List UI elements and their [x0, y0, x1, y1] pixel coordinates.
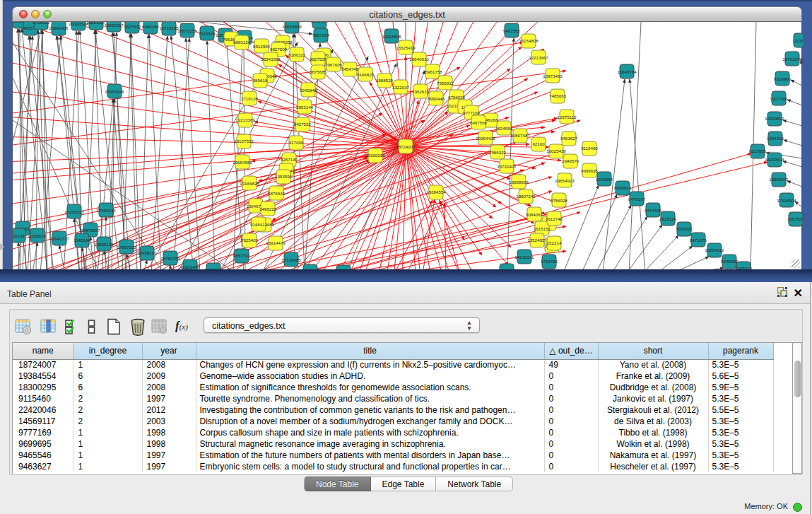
svg-text:9827509: 9827509	[270, 47, 288, 52]
svg-text:9084067: 9084067	[526, 212, 543, 217]
svg-text:16914479: 16914479	[266, 240, 286, 245]
svg-text:9115460: 9115460	[581, 146, 598, 151]
svg-text:19166825: 19166825	[240, 181, 259, 186]
svg-text:17016504: 17016504	[777, 198, 796, 203]
svg-text:1649579: 1649579	[562, 158, 579, 163]
svg-text:7515526: 7515526	[199, 31, 216, 36]
svg-text:12942737: 12942737	[49, 236, 69, 241]
svg-text:16961758: 16961758	[423, 69, 442, 74]
svg-text:9329966: 9329966	[774, 76, 792, 81]
svg-text:9245652: 9245652	[721, 259, 739, 264]
svg-text:2967608: 2967608	[325, 62, 343, 67]
svg-text:1612746: 1612746	[546, 216, 563, 221]
svg-text:10042211: 10042211	[300, 269, 320, 269]
svg-text:18640910: 18640910	[409, 57, 429, 62]
svg-text:20364436: 20364436	[476, 136, 495, 141]
svg-text:9756928: 9756928	[551, 198, 568, 203]
svg-text:8454749: 8454749	[341, 66, 359, 71]
svg-text:9242848: 9242848	[300, 88, 317, 93]
svg-text:1640954: 1640954	[596, 177, 613, 182]
svg-text:10654112: 10654112	[705, 247, 724, 252]
svg-text:1156819: 1156819	[29, 233, 46, 238]
svg-text:1112093: 1112093	[792, 38, 803, 43]
svg-text:1527602: 1527602	[124, 24, 141, 29]
svg-text:16648784: 16648784	[617, 69, 637, 74]
svg-text:12213967: 12213967	[529, 55, 548, 60]
svg-text:12505135: 12505135	[94, 242, 114, 247]
svg-text:3498222: 3498222	[259, 206, 277, 211]
svg-text:9827505: 9827505	[310, 57, 327, 62]
svg-text:16543362: 16543362	[261, 57, 281, 62]
svg-text:9245013: 9245013	[735, 266, 753, 269]
svg-text:8471676: 8471676	[690, 238, 707, 243]
svg-text:9461552: 9461552	[503, 28, 521, 33]
svg-text:16052317: 16052317	[104, 23, 124, 28]
svg-text:9474444: 9474444	[645, 208, 662, 213]
svg-text:9463627: 9463627	[560, 136, 578, 141]
svg-text:1322037: 1322037	[392, 85, 410, 90]
svg-text:1588520: 1588520	[376, 78, 394, 83]
svg-text:7485063: 7485063	[549, 93, 567, 98]
svg-text:33139: 33139	[13, 233, 25, 238]
svg-text:1145194: 1145194	[73, 238, 90, 243]
svg-text:20206523: 20206523	[64, 209, 84, 214]
svg-text:9245012: 9245012	[205, 267, 223, 269]
svg-text:15720407: 15720407	[497, 164, 517, 169]
svg-text:1733426: 1733426	[541, 259, 558, 264]
svg-text:8912954: 8912954	[253, 44, 271, 49]
svg-text:15751074: 15751074	[782, 57, 802, 62]
svg-text:3267130: 3267130	[281, 157, 298, 162]
svg-text:1615152: 1615152	[534, 226, 551, 231]
svg-text:11923448: 11923448	[180, 264, 200, 269]
svg-text:8186323: 8186323	[288, 52, 306, 57]
svg-text:7857224: 7857224	[312, 33, 330, 37]
svg-text:19384554: 19384554	[426, 189, 446, 194]
svg-text:9699695: 9699695	[581, 168, 599, 173]
svg-text:10653287: 10653287	[86, 22, 106, 25]
svg-text:10973493: 10973493	[543, 74, 563, 78]
svg-text:14136141: 14136141	[514, 255, 534, 259]
svg-text:8938923: 8938923	[614, 185, 632, 190]
svg-text:16782759: 16782759	[160, 256, 180, 261]
svg-text:1353594: 1353594	[275, 174, 293, 179]
svg-text:9227342: 9227342	[770, 96, 788, 101]
svg-text:12975115: 12975115	[557, 115, 577, 119]
svg-text:7955812: 7955812	[437, 81, 454, 86]
svg-text:25053346: 25053346	[105, 89, 124, 94]
svg-text:20691406: 20691406	[49, 25, 69, 30]
svg-text:6479197: 6479197	[628, 197, 646, 201]
svg-text:9777169: 9777169	[463, 110, 481, 115]
svg-text:12213369: 12213369	[235, 117, 255, 122]
svg-text:19654985: 19654985	[233, 160, 252, 165]
svg-text:12093822: 12093822	[765, 116, 784, 121]
svg-text:1167533: 1167533	[787, 216, 803, 221]
svg-text:9146821: 9146821	[357, 72, 375, 77]
svg-text:1244415: 1244415	[767, 136, 784, 141]
svg-text:2935114: 2935114	[659, 216, 676, 221]
svg-text:10807487: 10807487	[510, 133, 530, 138]
svg-text:252214: 252214	[547, 240, 562, 245]
svg-text:2718126: 2718126	[241, 96, 259, 101]
svg-text:6497568: 6497568	[470, 120, 488, 125]
svg-text:19975887: 19975887	[81, 228, 100, 233]
svg-text:8990448: 8990448	[428, 96, 445, 101]
svg-text:16210643: 16210643	[765, 157, 784, 162]
svg-text:18807249: 18807249	[516, 194, 536, 199]
svg-text:10688609: 10688609	[509, 180, 529, 185]
svg-text:7986322: 7986322	[489, 150, 507, 155]
svg-text:16033809: 16033809	[282, 24, 302, 29]
svg-text:10719185: 10719185	[159, 25, 179, 30]
svg-text:17957223: 17957223	[117, 245, 136, 250]
svg-text:13325419: 13325419	[396, 45, 416, 50]
svg-text:5878334: 5878334	[268, 191, 286, 196]
svg-text:9146412: 9146412	[250, 222, 268, 227]
svg-text:8813054: 8813054	[311, 22, 329, 23]
svg-text:7625402: 7625402	[241, 238, 259, 243]
svg-text:989618: 989618	[253, 78, 268, 83]
svg-text:9733021: 9733021	[33, 22, 50, 25]
svg-text:19654923: 19654923	[555, 178, 575, 183]
svg-text:25300285: 25300285	[365, 153, 385, 158]
svg-text:16154808: 16154808	[519, 38, 539, 43]
svg-text:6466160: 6466160	[142, 24, 160, 29]
svg-text:9451821: 9451821	[498, 269, 516, 269]
